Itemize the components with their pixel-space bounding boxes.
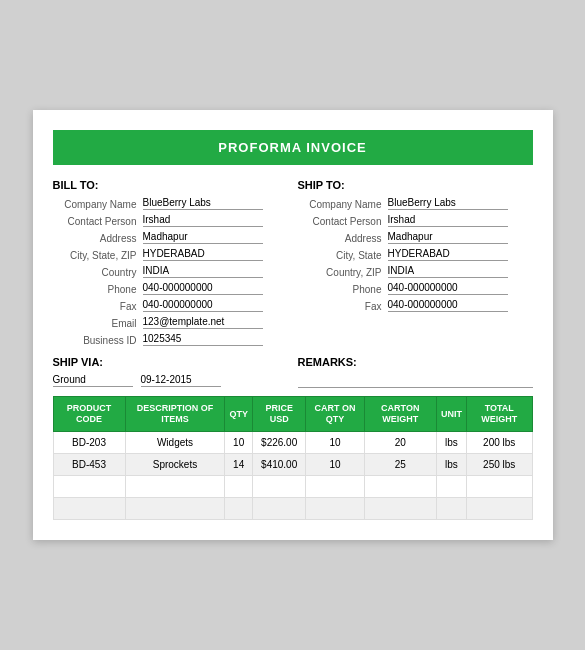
ship-country-label: Country, ZIP — [298, 267, 388, 278]
ship-company-row: Company Name BlueBerry Labs — [298, 197, 533, 210]
bill-address-row: Address Madhapur — [53, 231, 288, 244]
remarks-section: REMARKS: — [298, 356, 533, 388]
invoice-table: PRODUCT CODE DESCRIPTION OF ITEMS QTY PR… — [53, 396, 533, 520]
ship-country-row: Country, ZIP INDIA — [298, 265, 533, 278]
cell-unit: lbs — [436, 431, 466, 453]
table-row: BD-453 Sprockets 14 $410.00 10 25 lbs 25… — [53, 453, 532, 475]
remarks-label: REMARKS: — [298, 356, 533, 368]
bill-address-label: Address — [53, 233, 143, 244]
bill-country-row: Country INDIA — [53, 265, 288, 278]
bill-businessid-value: 1025345 — [143, 333, 263, 346]
table-row-empty — [53, 497, 532, 519]
invoice-header: PROFORMA INVOICE — [53, 130, 533, 165]
bill-email-label: Email — [53, 318, 143, 329]
cell-description: Sprockets — [125, 453, 225, 475]
bill-phone-row: Phone 040-000000000 — [53, 282, 288, 295]
bill-to-section: BILL TO: Company Name BlueBerry Labs Con… — [53, 179, 288, 350]
ship-to-section: SHIP TO: Company Name BlueBerry Labs Con… — [298, 179, 533, 350]
cell-code: BD-453 — [53, 453, 125, 475]
ship-company-label: Company Name — [298, 199, 388, 210]
bill-fax-label: Fax — [53, 301, 143, 312]
ship-contact-row: Contact Person Irshad — [298, 214, 533, 227]
bill-businessid-row: Business ID 1025345 — [53, 333, 288, 346]
cell-description: Widgets — [125, 431, 225, 453]
bill-company-label: Company Name — [53, 199, 143, 210]
bill-contact-value: Irshad — [143, 214, 263, 227]
bill-to-label: BILL TO: — [53, 179, 288, 191]
col-carton-weight: CARTON WEIGHT — [364, 397, 436, 432]
bill-city-row: City, State, ZIP HYDERABAD — [53, 248, 288, 261]
ship-company-value: BlueBerry Labs — [388, 197, 508, 210]
bill-country-value: INDIA — [143, 265, 263, 278]
cell-carton-weight: 25 — [364, 453, 436, 475]
bill-company-value: BlueBerry Labs — [143, 197, 263, 210]
ship-address-row: Address Madhapur — [298, 231, 533, 244]
col-qty: QTY — [225, 397, 253, 432]
cell-qty: 14 — [225, 453, 253, 475]
ship-contact-label: Contact Person — [298, 216, 388, 227]
ship-fax-row: Fax 040-000000000 — [298, 299, 533, 312]
ship-via-method: Ground — [53, 374, 133, 387]
cell-total-weight: 200 lbs — [466, 431, 532, 453]
col-description: DESCRIPTION OF ITEMS — [125, 397, 225, 432]
cell-price: $410.00 — [252, 453, 306, 475]
ship-to-label: SHIP TO: — [298, 179, 533, 191]
bill-address-value: Madhapur — [143, 231, 263, 244]
col-total-weight: TOTAL WEIGHT — [466, 397, 532, 432]
cell-cart-qty: 10 — [306, 431, 364, 453]
ship-phone-label: Phone — [298, 284, 388, 295]
ship-via-section: SHIP VIA: Ground 09-12-2015 — [53, 356, 288, 388]
cell-qty: 10 — [225, 431, 253, 453]
col-unit: UNIT — [436, 397, 466, 432]
ship-contact-value: Irshad — [388, 214, 508, 227]
ship-phone-row: Phone 040-000000000 — [298, 282, 533, 295]
invoice-title: PROFORMA INVOICE — [218, 140, 366, 155]
ship-city-label: City, State — [298, 250, 388, 261]
ship-via-date: 09-12-2015 — [141, 374, 221, 387]
col-cart-qty: CART ON QTY — [306, 397, 364, 432]
ship-city-value: HYDERABAD — [388, 248, 508, 261]
ship-fax-label: Fax — [298, 301, 388, 312]
bill-fax-row: Fax 040-000000000 — [53, 299, 288, 312]
bill-company-row: Company Name BlueBerry Labs — [53, 197, 288, 210]
cell-price: $226.00 — [252, 431, 306, 453]
bill-fax-value: 040-000000000 — [143, 299, 263, 312]
bill-phone-label: Phone — [53, 284, 143, 295]
invoice-page: PROFORMA INVOICE BILL TO: Company Name B… — [33, 110, 553, 540]
bill-contact-label: Contact Person — [53, 216, 143, 227]
ship-phone-value: 040-000000000 — [388, 282, 508, 295]
bill-contact-row: Contact Person Irshad — [53, 214, 288, 227]
bill-email-value: 123@template.net — [143, 316, 263, 329]
ship-country-value: INDIA — [388, 265, 508, 278]
ship-via-label: SHIP VIA: — [53, 356, 288, 368]
bill-phone-value: 040-000000000 — [143, 282, 263, 295]
col-product-code: PRODUCT CODE — [53, 397, 125, 432]
ship-address-value: Madhapur — [388, 231, 508, 244]
col-price: PRICE USD — [252, 397, 306, 432]
ship-address-label: Address — [298, 233, 388, 244]
table-header-row: PRODUCT CODE DESCRIPTION OF ITEMS QTY PR… — [53, 397, 532, 432]
cell-total-weight: 250 lbs — [466, 453, 532, 475]
table-row: BD-203 Widgets 10 $226.00 10 20 lbs 200 … — [53, 431, 532, 453]
table-row-empty — [53, 475, 532, 497]
ship-fax-value: 040-000000000 — [388, 299, 508, 312]
ship-city-row: City, State HYDERABAD — [298, 248, 533, 261]
bill-city-label: City, State, ZIP — [53, 250, 143, 261]
cell-carton-weight: 20 — [364, 431, 436, 453]
cell-cart-qty: 10 — [306, 453, 364, 475]
cell-code: BD-203 — [53, 431, 125, 453]
bill-email-row: Email 123@template.net — [53, 316, 288, 329]
remarks-line — [298, 374, 533, 388]
cell-unit: lbs — [436, 453, 466, 475]
bill-businessid-label: Business ID — [53, 335, 143, 346]
bill-country-label: Country — [53, 267, 143, 278]
bill-city-value: HYDERABAD — [143, 248, 263, 261]
